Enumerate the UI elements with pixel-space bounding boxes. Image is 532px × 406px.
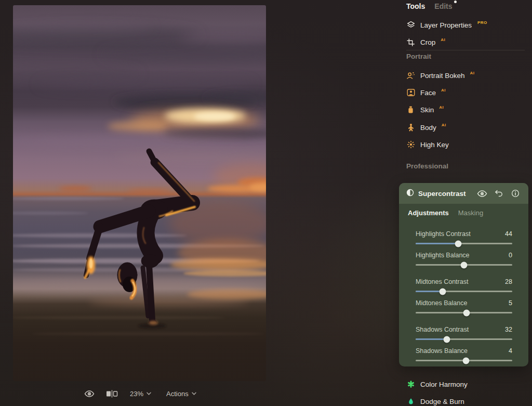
slider-label: Highlights Contrast [416, 230, 471, 238]
item-label: Body [420, 124, 436, 132]
zoom-level-dropdown[interactable]: 23% [130, 386, 151, 401]
slider-thumb[interactable] [440, 288, 446, 295]
sidebar-item-dodge-burn[interactable]: Dodge & Burn [406, 396, 464, 406]
crop-icon [406, 38, 415, 47]
ai-badge: AI [441, 88, 446, 93]
ai-badge: AI [439, 105, 444, 110]
horizon-glow [13, 136, 266, 193]
slider-label: Highlights Balance [416, 252, 470, 259]
panel-tabs: Adjustments Masking [399, 204, 528, 221]
slider-shadows-contrast: Shadows Contrast 32 [416, 326, 512, 340]
slider-track[interactable] [416, 291, 512, 292]
compare-button[interactable] [106, 386, 118, 401]
chevron-down-icon [147, 392, 151, 395]
slider-label: Midtones Contrast [416, 278, 468, 286]
actions-dropdown[interactable]: Actions [166, 386, 196, 401]
panel-reset-button[interactable] [493, 188, 504, 199]
slider-thumb[interactable] [461, 261, 468, 268]
slider-track[interactable] [416, 360, 512, 361]
color-harmony-icon [406, 380, 415, 389]
sidebar-item-skin[interactable]: Skin AI [406, 104, 444, 115]
skin-icon [406, 106, 415, 114]
zoom-level-value: 23% [130, 390, 143, 398]
tab-masking[interactable]: Masking [458, 209, 483, 217]
slider-thumb[interactable] [455, 240, 461, 247]
slider-value: 0 [509, 252, 512, 259]
chevron-down-icon [192, 392, 196, 395]
slider-value: 4 [509, 347, 512, 355]
section-title-professional: Professional [406, 162, 448, 172]
slider-track[interactable] [416, 243, 512, 244]
item-label: Face [420, 89, 436, 97]
tools-sidebar: Tools Edits Layer Properties PRO Crop [399, 0, 532, 406]
slider-midtones-balance: Midtones Balance 5 [416, 299, 512, 313]
sidebar-item-color-harmony[interactable]: Color Harmony [406, 378, 468, 390]
item-label: Portrait Bokeh [420, 72, 465, 80]
slider-label: Midtones Balance [416, 299, 467, 307]
tab-edits[interactable]: Edits [434, 2, 452, 10]
dodge-burn-icon [406, 397, 415, 406]
sidebar-item-body[interactable]: Body AI [406, 122, 446, 133]
pro-badge: PRO [477, 20, 487, 25]
actions-label: Actions [166, 390, 189, 398]
slider-label: Shadows Contrast [416, 326, 469, 334]
section-title-portrait: Portrait [406, 53, 431, 62]
slider-thumb[interactable] [463, 309, 470, 316]
slider-value: 44 [505, 230, 512, 238]
panel-visibility-button[interactable] [476, 188, 488, 199]
item-label: Skin [420, 106, 434, 114]
panel-info-button[interactable] [510, 188, 521, 199]
portrait-bokeh-icon [406, 71, 415, 80]
supercontrast-header[interactable]: Supercontrast [399, 183, 528, 204]
sidebar-item-portrait-bokeh[interactable]: Portrait Bokeh AI [406, 70, 474, 81]
body-icon [406, 123, 415, 132]
sidebar-divider [406, 50, 525, 50]
sky-clouds [13, 22, 266, 110]
preview-toggle-button[interactable] [84, 386, 95, 401]
photo-artwork [13, 5, 266, 381]
layers-icon [406, 21, 415, 30]
panel-body: Highlights Contrast 44 Highlights Balanc… [399, 221, 528, 361]
tab-tools[interactable]: Tools [406, 2, 425, 10]
slider-shadows-balance: Shadows Balance 4 [416, 347, 512, 361]
item-label: Crop [420, 38, 435, 46]
ai-badge: AI [441, 37, 445, 42]
sidebar-item-layer-properties[interactable]: Layer Properties PRO [406, 19, 487, 31]
supercontrast-panel: Supercontrast [399, 183, 528, 366]
face-icon [406, 88, 415, 97]
slider-highlights-contrast: Highlights Contrast 44 [416, 230, 512, 244]
slider-track[interactable] [416, 264, 512, 266]
compare-icon [106, 390, 118, 398]
item-label: Color Harmony [420, 381, 468, 388]
item-label: High Key [420, 141, 449, 149]
slider-track[interactable] [416, 312, 512, 313]
eye-icon [84, 390, 95, 398]
slider-thumb[interactable] [462, 357, 469, 364]
high-key-icon [406, 140, 415, 149]
slider-value: 28 [505, 278, 512, 286]
tab-adjustments[interactable]: Adjustments [408, 209, 449, 217]
item-label: Dodge & Burn [420, 398, 464, 405]
sidebar-item-face[interactable]: Face AI [406, 87, 446, 98]
ai-badge: AI [442, 123, 446, 127]
slider-value: 5 [509, 299, 512, 307]
slider-value: 32 [505, 326, 512, 334]
app-window: 23% Actions Tools Edits [0, 0, 532, 406]
item-label: Layer Properties [420, 21, 472, 29]
sidebar-item-high-key[interactable]: High Key [406, 139, 454, 150]
slider-label: Shadows Balance [416, 347, 468, 355]
slider-highlights-balance: Highlights Balance 0 [416, 252, 512, 266]
slider-track[interactable] [416, 338, 512, 340]
photo-canvas[interactable] [13, 5, 266, 381]
sidebar-tabs: Tools Edits [406, 2, 453, 14]
viewer-toolbar: 23% Actions [77, 386, 212, 401]
sun-glow [108, 109, 266, 139]
sidebar-item-crop[interactable]: Crop AI [406, 36, 445, 48]
edits-notification-dot [454, 1, 457, 3]
slider-midtones-contrast: Midtones Contrast 28 [416, 278, 512, 292]
ai-badge: AI [470, 71, 475, 75]
panel-title: Supercontrast [418, 190, 466, 198]
slider-thumb[interactable] [443, 336, 450, 343]
contrast-icon [406, 189, 414, 199]
